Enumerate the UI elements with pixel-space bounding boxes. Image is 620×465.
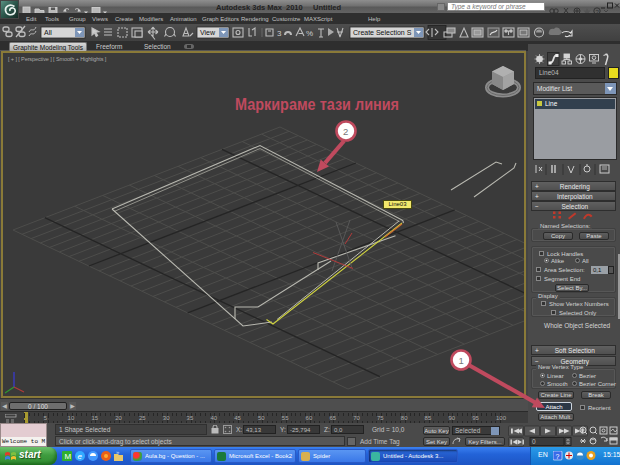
svg-text:2: 2: [343, 126, 348, 137]
svg-text:Маркираме тази линия: Маркираме тази линия: [235, 95, 399, 114]
svg-text:1: 1: [459, 355, 464, 366]
